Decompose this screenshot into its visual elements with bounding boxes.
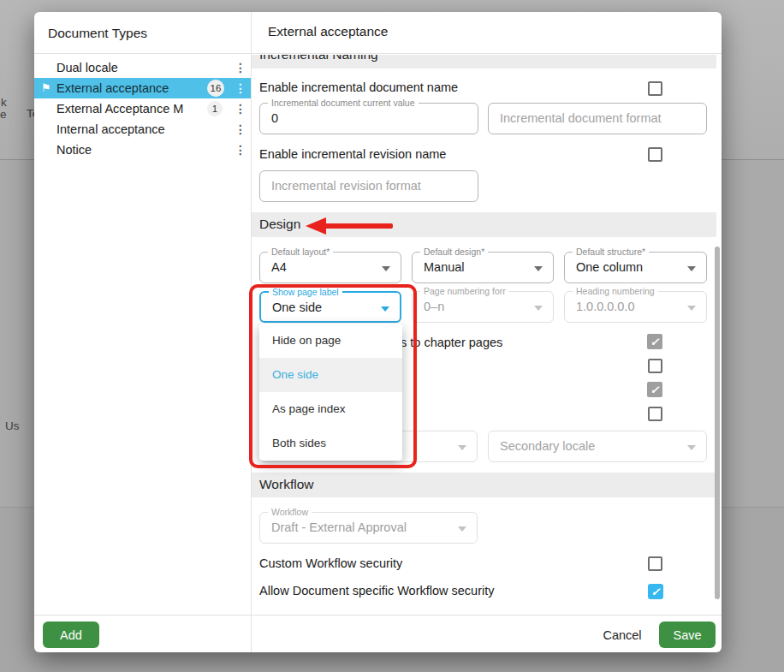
section-incremental-naming: Incremental Naming	[251, 55, 716, 68]
chevron-down-icon	[687, 306, 696, 311]
flag-icon: ⚑	[41, 80, 51, 96]
chapter-pages-label: s to chapter pages	[401, 336, 502, 349]
select-placeholder: Secondary locale	[500, 439, 595, 453]
document-types-dialog: Document Types Dual locale ⋮ ⚑ External …	[34, 12, 722, 652]
panel-title: External acceptance	[268, 24, 388, 39]
sidebar-item-external-acceptance-m[interactable]: External Acceptance M 1 ⋮	[34, 98, 251, 119]
background-text-fragment: e	[0, 108, 7, 121]
incremental-rev-format-input[interactable]: Incremental revision format	[259, 170, 478, 202]
input-value: 0	[271, 111, 278, 125]
show-page-label-dropdown: Hide on page One side As page index Both…	[259, 324, 402, 461]
chevron-down-icon	[687, 445, 696, 450]
section-title: Workflow	[259, 477, 313, 492]
select-label: Page numbering forr	[420, 286, 509, 296]
enable-doc-name-checkbox[interactable]	[648, 81, 662, 96]
sidebar-item-label: External acceptance	[56, 81, 169, 95]
sidebar-item-label: Dual locale	[56, 61, 118, 74]
kebab-menu-icon[interactable]: ⋮	[235, 102, 246, 116]
sidebar-item-dual-locale[interactable]: Dual locale ⋮	[34, 57, 251, 78]
custom-security-checkbox[interactable]	[648, 556, 662, 571]
chevron-down-icon	[534, 266, 543, 271]
select-value: One column	[576, 260, 643, 274]
kebab-menu-icon[interactable]: ⋮	[235, 122, 246, 136]
input-placeholder: Incremental revision format	[271, 179, 421, 193]
footer-divider	[34, 615, 722, 616]
add-button[interactable]: Add	[43, 621, 99, 648]
select-label: Default structure*	[573, 247, 649, 257]
enable-rev-name-checkbox[interactable]	[648, 147, 662, 162]
sidebar-item-notice[interactable]: Notice ⋮	[34, 140, 251, 160]
default-layout-select[interactable]: Default layout* A4	[259, 252, 401, 283]
header-divider	[34, 53, 722, 54]
dropdown-option-one-side[interactable]: One side	[259, 358, 402, 392]
kebab-menu-icon[interactable]: ⋮	[235, 61, 246, 74]
default-structure-select[interactable]: Default structure* One column	[564, 252, 707, 283]
heading-numbering-select[interactable]: Heading numbering 1.0.0.0.0.0	[564, 291, 707, 323]
default-design-select[interactable]: Default design* Manual	[412, 252, 554, 283]
kebab-menu-icon[interactable]: ⋮	[235, 81, 246, 95]
select-label: Heading numbering	[573, 286, 658, 296]
chapter-pages-checkbox-1[interactable]: ✓	[647, 334, 662, 349]
incremental-doc-format-input[interactable]: Incremental document format	[488, 103, 707, 134]
select-label: Workflow	[268, 507, 312, 517]
dropdown-option-both-sides[interactable]: Both sides	[259, 426, 402, 461]
check-icon: ✓	[650, 384, 660, 396]
sidebar-item-label: Notice	[56, 143, 92, 157]
select-label: Default design*	[420, 247, 488, 257]
background-text-fragment: k	[1, 96, 7, 109]
page-numbering-select[interactable]: Page numbering forr 0–n	[412, 291, 554, 323]
dropdown-option-hide-on-page[interactable]: Hide on page	[259, 324, 402, 358]
check-icon: ✓	[651, 586, 661, 598]
save-button[interactable]: Save	[659, 621, 716, 648]
select-label: Default layout*	[268, 247, 333, 257]
chevron-down-icon	[458, 526, 466, 532]
section-design: Design	[251, 212, 716, 237]
incremental-current-value-input[interactable]: Incremental document current value 0	[259, 103, 478, 134]
form-scrollbar[interactable]	[715, 247, 720, 599]
select-label: Show page label	[269, 287, 342, 297]
chevron-down-icon	[687, 266, 696, 271]
select-value: 0–n	[424, 300, 444, 313]
sidebar-title: Document Types	[48, 26, 147, 41]
dropdown-option-as-page-index[interactable]: As page index	[259, 392, 402, 426]
sidebar-item-internal-acceptance[interactable]: Internal acceptance ⋮	[34, 119, 251, 140]
cancel-button[interactable]: Cancel	[596, 621, 649, 648]
input-placeholder: Incremental document format	[500, 111, 662, 125]
check-icon: ✓	[650, 336, 660, 348]
background-text-fragment: Us	[5, 419, 20, 432]
sidebar-item-label: External Acceptance M	[56, 102, 183, 116]
select-value: One side	[272, 300, 322, 314]
chevron-down-icon	[382, 266, 390, 271]
chapter-pages-checkbox-4[interactable]	[648, 407, 662, 421]
select-value: Draft - External Approval	[271, 520, 407, 534]
sidebar-item-external-acceptance[interactable]: ⚑ External acceptance 16 ⋮	[34, 78, 251, 98]
enable-rev-name-label: Enable incremental revision name	[259, 147, 446, 161]
enable-doc-name-label: Enable incremental document name	[259, 80, 458, 94]
sidebar-item-label: Internal acceptance	[56, 122, 165, 136]
sidebar-panel-divider	[251, 12, 252, 652]
chapter-pages-checkbox-3[interactable]: ✓	[647, 382, 662, 397]
count-badge: 1	[207, 101, 223, 116]
select-value: Manual	[424, 260, 465, 274]
select-value: 1.0.0.0.0.0	[576, 300, 635, 313]
secondary-locale-select[interactable]: Secondary locale	[488, 431, 707, 462]
chevron-down-icon	[381, 306, 389, 312]
allow-doc-security-label: Allow Document specific Workflow securit…	[259, 584, 495, 598]
input-floating-label: Incremental document current value	[268, 98, 419, 108]
section-workflow: Workflow	[251, 473, 716, 497]
chevron-down-icon	[534, 306, 543, 311]
allow-doc-security-checkbox[interactable]: ✓	[648, 584, 663, 599]
workflow-select[interactable]: Workflow Draft - External Approval	[259, 512, 478, 544]
custom-security-label: Custom Workflow security	[259, 556, 402, 570]
chevron-down-icon	[458, 445, 466, 450]
kebab-menu-icon[interactable]: ⋮	[235, 143, 246, 157]
count-badge: 16	[207, 80, 224, 97]
section-title: Design	[259, 217, 300, 232]
chapter-pages-checkbox-2[interactable]	[648, 359, 662, 373]
select-value: A4	[271, 260, 287, 274]
show-page-label-select[interactable]: Show page label One side	[259, 291, 401, 323]
section-title: Incremental Naming	[259, 55, 378, 62]
